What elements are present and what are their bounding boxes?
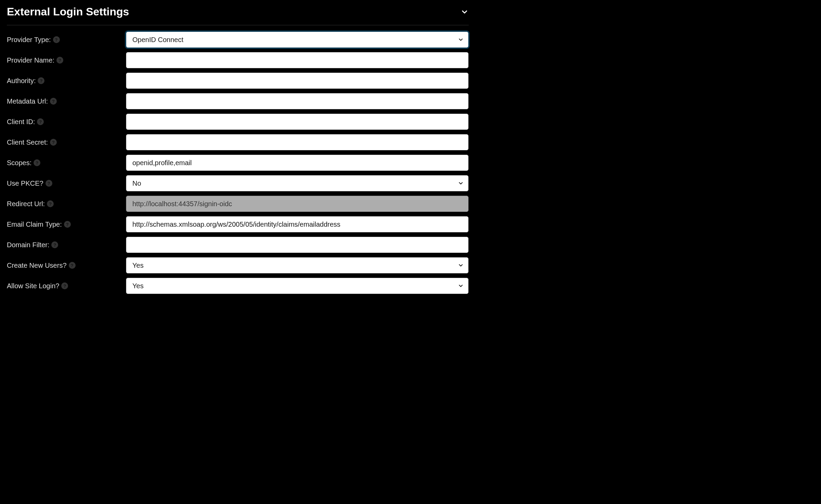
select-use_pkce[interactable]: No (126, 175, 469, 191)
help-icon[interactable]: ? (69, 262, 76, 269)
control-wrap: OpenID Connect (126, 31, 469, 48)
control-wrap (126, 216, 469, 233)
select-value: Yes (126, 257, 469, 274)
label-scopes: Scopes:? (7, 159, 126, 167)
label-text: Redirect Url: (7, 200, 45, 208)
control-wrap (126, 237, 469, 253)
form-row-domain_filter: Domain Filter:? (7, 237, 469, 253)
input-authority[interactable] (126, 72, 469, 89)
panel-header: External Login Settings (7, 3, 469, 25)
label-text: Scopes: (7, 159, 31, 167)
help-icon[interactable]: ? (34, 159, 40, 166)
form-row-client_id: Client ID:? (7, 114, 469, 130)
control-wrap (126, 72, 469, 89)
label-create_new_users: Create New Users?? (7, 262, 126, 269)
label-redirect_url: Redirect Url:? (7, 200, 126, 208)
form: Provider Type:?OpenID ConnectProvider Na… (7, 31, 469, 294)
select-value: No (126, 175, 469, 191)
input-email_claim_type[interactable] (126, 216, 469, 233)
label-authority: Authority:? (7, 77, 126, 85)
form-row-metadata_url: Metadata Url:? (7, 93, 469, 109)
control-wrap (126, 196, 469, 212)
help-icon[interactable]: ? (53, 36, 60, 43)
form-row-provider_name: Provider Name:? (7, 52, 469, 68)
form-row-redirect_url: Redirect Url:? (7, 196, 469, 212)
label-text: Email Claim Type: (7, 221, 62, 228)
chevron-down-icon (460, 8, 469, 16)
label-text: Domain Filter: (7, 241, 49, 249)
form-row-email_claim_type: Email Claim Type:? (7, 216, 469, 233)
label-metadata_url: Metadata Url:? (7, 97, 126, 105)
control-wrap: No (126, 175, 469, 191)
label-client_secret: Client Secret:? (7, 138, 126, 146)
select-create_new_users[interactable]: Yes (126, 257, 469, 274)
form-row-use_pkce: Use PKCE??No (7, 175, 469, 191)
select-value: OpenID Connect (126, 31, 469, 48)
input-scopes[interactable] (126, 155, 469, 171)
label-text: Provider Name: (7, 56, 54, 64)
select-provider_type[interactable]: OpenID Connect (126, 31, 469, 48)
select-value: Yes (126, 278, 469, 294)
settings-panel: External Login Settings Provider Type:?O… (0, 0, 475, 302)
help-icon[interactable]: ? (56, 57, 63, 64)
select-allow_site_login[interactable]: Yes (126, 278, 469, 294)
label-email_claim_type: Email Claim Type:? (7, 221, 126, 228)
form-row-create_new_users: Create New Users??Yes (7, 257, 469, 274)
form-row-allow_site_login: Allow Site Login??Yes (7, 278, 469, 294)
input-provider_name[interactable] (126, 52, 469, 68)
form-row-authority: Authority:? (7, 72, 469, 89)
label-text: Client Secret: (7, 138, 48, 146)
input-client_secret[interactable] (126, 134, 469, 150)
control-wrap (126, 93, 469, 109)
help-icon[interactable]: ? (61, 282, 68, 289)
input-redirect_url (126, 196, 469, 212)
control-wrap (126, 134, 469, 150)
label-provider_name: Provider Name:? (7, 56, 126, 64)
help-icon[interactable]: ? (50, 139, 57, 146)
help-icon[interactable]: ? (64, 221, 71, 228)
label-text: Provider Type: (7, 36, 51, 44)
label-text: Metadata Url: (7, 97, 48, 105)
collapse-toggle[interactable] (460, 8, 469, 16)
label-provider_type: Provider Type:? (7, 36, 126, 44)
label-text: Authority: (7, 77, 36, 85)
help-icon[interactable]: ? (50, 98, 57, 105)
help-icon[interactable]: ? (37, 118, 44, 125)
control-wrap (126, 52, 469, 68)
label-text: Client ID: (7, 118, 35, 126)
form-row-provider_type: Provider Type:?OpenID Connect (7, 31, 469, 48)
label-use_pkce: Use PKCE?? (7, 180, 126, 187)
help-icon[interactable]: ? (45, 180, 52, 187)
input-client_id[interactable] (126, 114, 469, 130)
help-icon[interactable]: ? (51, 241, 58, 248)
input-metadata_url[interactable] (126, 93, 469, 109)
label-domain_filter: Domain Filter:? (7, 241, 126, 249)
help-icon[interactable]: ? (38, 77, 44, 84)
control-wrap (126, 114, 469, 130)
panel-title: External Login Settings (7, 5, 129, 18)
form-row-client_secret: Client Secret:? (7, 134, 469, 150)
control-wrap: Yes (126, 257, 469, 274)
label-text: Allow Site Login? (7, 282, 59, 290)
label-allow_site_login: Allow Site Login?? (7, 282, 126, 290)
help-icon[interactable]: ? (47, 200, 54, 207)
label-client_id: Client ID:? (7, 118, 126, 126)
form-row-scopes: Scopes:? (7, 155, 469, 171)
control-wrap: Yes (126, 278, 469, 294)
label-text: Create New Users? (7, 262, 67, 269)
control-wrap (126, 155, 469, 171)
input-domain_filter[interactable] (126, 237, 469, 253)
label-text: Use PKCE? (7, 180, 43, 187)
